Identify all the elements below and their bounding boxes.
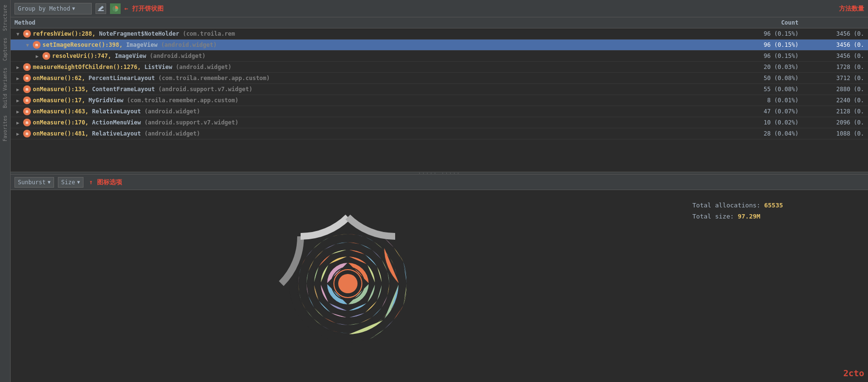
row-method-text: refreshView():288, NoteFragment$NoteHold… (33, 30, 729, 37)
size-dropdown[interactable]: Size ▼ (58, 177, 83, 188)
row-method-cell: ▶monMeasure():62, PercentLinearLayout (c… (14, 74, 729, 82)
expand-icon[interactable]: ▶ (14, 86, 21, 93)
class-name: ImageView (115, 53, 150, 59)
class-name: PercentLinearLayout (89, 75, 159, 82)
package-name: (com.troila.rem (183, 30, 235, 37)
table-row[interactable]: ▼mrefreshView():288, NoteFragment$NoteHo… (11, 28, 868, 40)
sunburst-dropdown[interactable]: Sunburst ▼ (14, 177, 54, 188)
package-name: (android.widget) (176, 64, 232, 70)
row-method-cell: ▶monMeasure():170, ActionMenuView (andro… (14, 119, 729, 126)
method-name: onMeasure():17, (33, 97, 89, 104)
table-row[interactable]: ▶monMeasure():463, RelativeLayout (andro… (11, 106, 868, 117)
row-total-val: 3456 (0. (806, 41, 864, 48)
total-size-label: Total size: (692, 213, 734, 220)
row-count-val: 8 (0.01%) (729, 97, 806, 104)
expand-icon[interactable]: ▼ (24, 41, 31, 48)
table-row[interactable]: ▼msetImageResource():398, ImageView (and… (11, 40, 868, 51)
expand-icon[interactable]: ▶ (14, 75, 21, 82)
table-row[interactable]: ▶monMeasure():481, RelativeLayout (andro… (11, 128, 868, 139)
class-name: ContentFrameLayout (92, 86, 158, 93)
sidebar-tabs: Structure Captures Build Variants Favori… (0, 0, 11, 382)
method-icon: m (23, 85, 31, 93)
sidebar-tab-favorites[interactable]: Favorites (1, 112, 9, 144)
table-body[interactable]: ▼mrefreshView():288, NoteFragment$NoteHo… (11, 28, 868, 172)
package-name: (android.support.v7.widget) (144, 119, 238, 126)
sidebar-tab-structure[interactable]: Structure (1, 2, 9, 34)
row-count-val: 47 (0.07%) (729, 108, 806, 115)
expand-icon[interactable]: ▶ (14, 97, 21, 104)
row-method-cell: ▶monMeasure():463, RelativeLayout (andro… (14, 108, 729, 115)
svg-marker-1 (98, 6, 104, 11)
svg-point-5 (338, 274, 358, 293)
method-name: measureHeightOfChildren():1276, (33, 64, 144, 70)
class-name: RelativeLayout (92, 108, 144, 115)
row-count-val: 10 (0.02%) (729, 119, 806, 126)
method-name: setImageResource():398, (42, 41, 126, 48)
row-method-cell: ▶mresolveUri():747, ImageView (android.w… (14, 52, 729, 60)
method-icon: m (23, 30, 31, 38)
row-method-text: onMeasure():62, PercentLinearLayout (com… (33, 75, 729, 82)
package-name: (android.widget) (144, 130, 200, 137)
table-row[interactable]: ▶mmeasureHeightOfChildren():1276, ListVi… (11, 62, 868, 73)
edit-icon-btn[interactable] (96, 3, 106, 14)
row-count-val: 96 (0.15%) (729, 41, 806, 48)
table-row[interactable]: ▶monMeasure():135, ContentFrameLayout (a… (11, 84, 868, 95)
expand-icon[interactable]: ▶ (14, 64, 21, 70)
package-name: (com.troila.remember.app.custom) (158, 75, 270, 82)
row-total-val: 3456 (0. (806, 53, 864, 59)
row-total-val: 1088 (0. (806, 130, 864, 137)
row-method-cell: ▶monMeasure():17, MyGridView (com.troila… (14, 96, 729, 104)
sunburst-label: Sunburst (18, 179, 46, 186)
expand-icon[interactable]: ▶ (34, 53, 41, 59)
col-total-header (806, 19, 864, 26)
row-total-val: 2096 (0. (806, 119, 864, 126)
table-row[interactable]: ▶mresolveUri():747, ImageView (android.w… (11, 51, 868, 62)
chart-area (11, 190, 685, 377)
row-total-val: 2240 (0. (806, 97, 864, 104)
expand-icon[interactable]: ▶ (14, 119, 21, 126)
row-count-val: 20 (0.03%) (729, 64, 806, 70)
row-method-text: setImageResource():398, ImageView (andro… (42, 41, 729, 48)
edit-icon (97, 5, 104, 12)
table-row[interactable]: ▶monMeasure():170, ActionMenuView (andro… (11, 117, 868, 128)
class-name: NoteFragment$NoteHolder (99, 30, 182, 37)
open-pie-annotation: 打开饼状图 (132, 4, 164, 13)
sidebar-tab-captures[interactable]: Captures (1, 35, 9, 64)
method-name: onMeasure():481, (33, 130, 92, 137)
main-content: Group by Method ▼ ← 打开饼状图 方法数量 Method Co… (11, 0, 868, 382)
total-allocations-label: Total allocations: (692, 202, 760, 209)
group-by-dropdown[interactable]: Group by Method ▼ (14, 3, 92, 14)
package-name: (android.support.v7.widget) (158, 86, 252, 93)
table-row[interactable]: ▶monMeasure():62, PercentLinearLayout (c… (11, 73, 868, 84)
method-name: onMeasure():463, (33, 108, 92, 115)
package-name: (android.widget) (161, 41, 217, 48)
row-total-val: 1728 (0. (806, 64, 864, 70)
toolbar: Group by Method ▼ ← 打开饼状图 方法数量 (11, 0, 868, 17)
method-icon: m (23, 108, 31, 115)
row-count-val: 28 (0.04%) (729, 130, 806, 137)
expand-icon[interactable]: ▶ (14, 130, 21, 137)
row-method-text: onMeasure():135, ContentFrameLayout (and… (33, 86, 729, 93)
row-count-val: 96 (0.15%) (729, 53, 806, 59)
size-label: Size (61, 179, 75, 186)
row-method-text: onMeasure():170, ActionMenuView (android… (33, 119, 729, 126)
expand-icon[interactable]: ▼ (14, 30, 21, 37)
svg-rect-0 (98, 10, 104, 11)
row-total-val: 3712 (0. (806, 75, 864, 82)
size-dropdown-arrow: ▼ (77, 179, 80, 185)
sunburst-chart (261, 197, 435, 370)
pie-chart-icon-btn[interactable] (110, 3, 121, 14)
bottom-panel: Sunburst ▼ Size ▼ ↑ 图标选项 (11, 175, 868, 377)
col-method-header: Method (14, 19, 729, 26)
method-name: onMeasure():62, (33, 75, 89, 82)
total-allocations-value: 65535 (764, 202, 783, 209)
row-total-val: 2880 (0. (806, 86, 864, 93)
table-header: Method Count (11, 17, 868, 28)
class-name: MyGridView (89, 97, 127, 104)
row-total-val: 3456 (0. (806, 30, 864, 37)
sidebar-tab-build-variants[interactable]: Build Variants (1, 65, 9, 111)
table-row[interactable]: ▶monMeasure():17, MyGridView (com.troila… (11, 95, 868, 106)
row-count-val: 96 (0.15%) (729, 30, 806, 37)
expand-icon[interactable]: ▶ (14, 108, 21, 115)
class-name: ActionMenuView (92, 119, 144, 126)
